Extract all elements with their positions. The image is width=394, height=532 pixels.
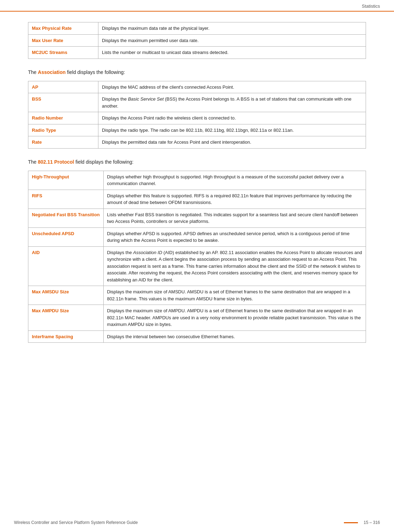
row-label: AID (28, 246, 104, 286)
row-description: Displays the interval between two consec… (103, 330, 366, 343)
table-row: Max Physical RateDisplays the maximum da… (28, 22, 366, 35)
footer-left-text: Wireless Controller and Service Platform… (14, 520, 344, 525)
row-description: Lists the number or multicast to unicast… (98, 47, 366, 59)
row-label: Unscheduled APSD (28, 227, 104, 246)
row-label: BSS (28, 93, 98, 112)
row-description: Displays the maximum permitted user data… (98, 34, 366, 47)
page-footer: Wireless Controller and Service Platform… (0, 520, 394, 525)
table-row: Max AMPDU SizeDisplays the maximum size … (28, 305, 366, 331)
row-label: Max Physical Rate (28, 22, 98, 35)
row-description: Displays whether high throughput is supp… (103, 171, 366, 190)
row-description: Displays the Access Point radio the wire… (98, 112, 366, 124)
row-description: Displays the permitted data rate for Acc… (98, 136, 366, 149)
top-table: Max Physical RateDisplays the maximum da… (28, 22, 366, 59)
row-description: Displays the MAC address of the client's… (98, 81, 366, 93)
table-row: RateDisplays the permitted data rate for… (28, 136, 366, 149)
row-description: Displays the radio type. The radio can b… (98, 124, 366, 136)
row-description: Displays the Basic Service Set (BSS) the… (98, 93, 366, 112)
row-label: High-Throughput (28, 171, 104, 190)
table-row: AIDDisplays the Association ID (AID) est… (28, 246, 366, 286)
row-label: Max AMSDU Size (28, 286, 104, 305)
table-row: High-ThroughputDisplays whether high thr… (28, 171, 366, 190)
row-label: AP (28, 81, 98, 93)
row-description: Displays the Association ID (AID) establ… (103, 246, 366, 286)
table-row: MC2UC StreamsLists the number or multica… (28, 47, 366, 59)
row-label: Interframe Spacing (28, 330, 104, 343)
footer-divider (344, 522, 358, 523)
row-label: RIFS (28, 190, 104, 209)
table-row: Unscheduled APSDDisplays whether APSD is… (28, 227, 366, 246)
row-label: Max User Rate (28, 34, 98, 47)
row-label: Rate (28, 136, 98, 149)
protocol-table: High-ThroughputDisplays whether high thr… (28, 171, 366, 343)
row-label: MC2UC Streams (28, 47, 98, 59)
row-label: Max AMPDU Size (28, 305, 104, 331)
association-intro: The Association field displays the follo… (28, 69, 366, 76)
row-description: Displays the maximum size of AMSDU. AMSD… (103, 286, 366, 305)
row-description: Displays whether APSD is supported. APSD… (103, 227, 366, 246)
table-row: Max User RateDisplays the maximum permit… (28, 34, 366, 47)
row-label: Radio Number (28, 112, 98, 124)
row-description: Displays the maximum size of AMPDU. AMPD… (103, 305, 366, 331)
row-description: Lists whether Fast BSS transition is neg… (103, 209, 366, 227)
protocol-intro: The 802.11 Protocol field displays the f… (28, 158, 366, 166)
page-header: Statistics (0, 0, 394, 12)
row-label: Negotiated Fast BSS Transition (28, 209, 104, 227)
table-row: BSSDisplays the Basic Service Set (BSS) … (28, 93, 366, 112)
row-description: Displays whether this feature is support… (103, 190, 366, 209)
row-label: Radio Type (28, 124, 98, 136)
row-description: Displays the maximum data rate at the ph… (98, 22, 366, 35)
association-table: APDisplays the MAC address of the client… (28, 81, 366, 149)
table-row: Negotiated Fast BSS TransitionLists whet… (28, 209, 366, 227)
table-row: Radio NumberDisplays the Access Point ra… (28, 112, 366, 124)
table-row: Interframe SpacingDisplays the interval … (28, 330, 366, 343)
table-row: Radio TypeDisplays the radio type. The r… (28, 124, 366, 136)
header-title: Statistics (362, 4, 380, 9)
footer-right: 15 – 316 (344, 520, 380, 525)
table-row: APDisplays the MAC address of the client… (28, 81, 366, 93)
table-row: Max AMSDU SizeDisplays the maximum size … (28, 286, 366, 305)
footer-page-number: 15 – 316 (364, 520, 380, 525)
table-row: RIFSDisplays whether this feature is sup… (28, 190, 366, 209)
